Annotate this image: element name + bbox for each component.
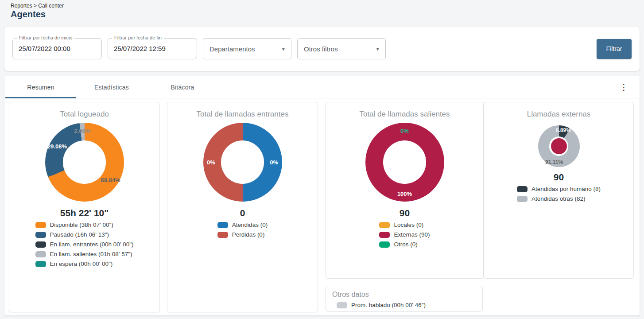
card-llamadas-salientes: Total de llamadas salientes 100%0% 90 Lo… [326,102,484,279]
legend-llamadas-salientes: Locales (0)Externas (90)Otros (0) [379,222,430,248]
legend-label: Otros (0) [394,241,417,248]
chevron-down-icon: ▾ [376,46,379,52]
card-total-value: 55h 22' 10" [9,208,159,218]
card-title: Total de llamadas entrantes [167,110,318,119]
card-total-logueado: Total logueado 68.84%29.08%2.08% 55h 22'… [9,102,160,312]
legend-label: Atendidas (0) [232,222,268,228]
legend-item: Otros (0) [379,241,430,248]
page: Reportes > Call center Agentes Filtrar p… [0,0,644,319]
donut-percent-label: 8.89% [556,127,571,133]
legend-label: En llam. salientes (01h 08' 57") [50,251,132,257]
legend-label: Disponible (38h 07' 00") [50,222,113,228]
legend-color-chip [379,232,390,238]
legend-label: Externas (90) [394,231,430,238]
departamentos-select-label: Departamentos [209,45,282,53]
inner-donut [551,138,567,154]
legend-item: Externas (90) [379,231,430,238]
card-title: Otros datos [332,291,476,299]
donut-percent-label: 2.08% [74,127,90,134]
legend-label: Pausado (16h 06' 13") [50,231,109,238]
card-title: Total logueado [9,110,159,119]
legend-color-chip [35,232,46,238]
legend-llamadas-externas: Atendidas por humano (8)Atendidas otras … [517,186,601,202]
card-total-value: 90 [326,208,483,218]
tab-estadisticas[interactable]: Estadísticas [76,76,147,98]
legend-color-chip [517,196,528,202]
otros-filtros-select-label: Otros filtros [304,45,376,53]
legend-item: En espera (00h 00' 00") [35,261,134,267]
legend-item: En llam. salientes (01h 08' 57") [35,251,134,257]
donut-chart-llamadas-externas[interactable]: 8.89%91.11% [538,125,580,167]
card-title: Total de llamadas salientes [326,110,483,119]
legend-item: Prom. hablado (00h 00' 46") [337,302,426,308]
card-llamadas-entrantes: Total de llamadas entrantes 0%0% 0 Atend… [167,102,318,312]
legend-color-chip [217,232,228,238]
legend-item: Atendidas por humano (8) [517,186,601,192]
content-panel: Resumen Estadísticas Bitácora ⋮ Total lo… [4,76,640,315]
donut-percent-label: 68.84% [101,176,120,183]
legend-label: Prom. hablado (00h 00' 46") [351,302,426,308]
card-llamadas-externas: Llamadas externas 8.89%91.11% 90 Atendid… [484,102,634,279]
legend-label: Atendidas otras (82) [531,195,586,202]
breadcrumb[interactable]: Reportes > Call center [11,3,64,9]
legend-item: Perdidas (0) [217,231,268,238]
legend-item: Atendidas otras (82) [517,195,601,202]
legend-label: Perdidas (0) [232,231,265,238]
end-date-field[interactable]: Filtrar por fecha de fin 25/07/2022 12:5… [108,38,197,59]
column-llamadas-salientes: Total de llamadas salientes 100%0% 90 Lo… [326,102,484,311]
legend-color-chip [217,222,228,228]
end-date-value: 25/07/2022 12:59 [108,39,197,59]
start-date-label: Filtrar por fecha de inicio [17,35,74,40]
legend-color-chip [379,222,390,228]
legend-color-chip [35,241,46,248]
card-title: Llamadas externas [484,110,633,119]
card-total-value: 0 [167,208,318,218]
tab-bar: Resumen Estadísticas Bitácora ⋮ [4,76,640,98]
donut-percent-label: 0% [400,127,409,134]
otros-filtros-select[interactable]: Otros filtros ▾ [297,38,386,59]
legend-item: En llam. entrantes (00h 00' 00") [35,241,134,248]
filtrar-button[interactable]: Filtrar [597,39,632,59]
donut-percent-label: 0% [207,159,215,166]
donut-percent-label: 0% [270,159,278,166]
departamentos-select[interactable]: Departamentos ▾ [203,38,291,59]
legend-color-chip [337,302,347,308]
legend-item: Locales (0) [379,222,430,228]
legend-item: Atendidas (0) [217,222,268,228]
donut-chart-total-logueado[interactable]: 68.84%29.08%2.08% [45,123,124,202]
legend-total-logueado: Disponible (38h 07' 00")Pausado (16h 06'… [35,222,134,267]
kebab-menu-icon[interactable]: ⋮ [618,81,630,93]
donut-percent-label: 100% [397,191,412,197]
legend-llamadas-entrantes: Atendidas (0)Perdidas (0) [217,222,268,238]
legend-item: Pausado (16h 06' 13") [35,231,134,238]
legend-label: Locales (0) [394,222,423,228]
start-date-value: 25/07/2022 00:00 [13,39,101,59]
filter-bar: Filtrar por fecha de inicio 25/07/2022 0… [4,27,640,71]
end-date-label: Filtrar por fecha de fin [112,35,164,40]
donut-chart-llamadas-entrantes[interactable]: 0%0% [203,123,282,202]
chevron-down-icon: ▾ [282,46,285,52]
card-total-value: 90 [484,172,633,183]
legend-item: Disponible (38h 07' 00") [35,222,134,228]
start-date-field[interactable]: Filtrar por fecha de inicio 25/07/2022 0… [12,38,102,59]
legend-label: En llam. entrantes (00h 00' 00") [50,241,134,248]
legend-color-chip [517,186,528,192]
legend-label: En espera (00h 00' 00") [50,261,113,267]
legend-otros-datos: Prom. hablado (00h 00' 46") [337,302,426,308]
legend-label: Atendidas por humano (8) [531,186,601,192]
tab-bitacora[interactable]: Bitácora [147,76,218,98]
legend-color-chip [35,222,46,228]
legend-color-chip [35,251,46,257]
legend-color-chip [35,261,46,267]
charts-row: Total logueado 68.84%29.08%2.08% 55h 22'… [4,98,640,312]
tab-resumen[interactable]: Resumen [5,76,76,98]
donut-percent-label: 29.08% [47,143,67,150]
donut-chart-llamadas-salientes[interactable]: 100%0% [365,123,444,202]
donut-percent-label: 91.11% [545,159,563,165]
card-otros-datos: Otros datos Prom. hablado (00h 00' 46") [326,286,483,311]
page-title: Agentes [11,9,46,19]
legend-color-chip [379,241,390,248]
